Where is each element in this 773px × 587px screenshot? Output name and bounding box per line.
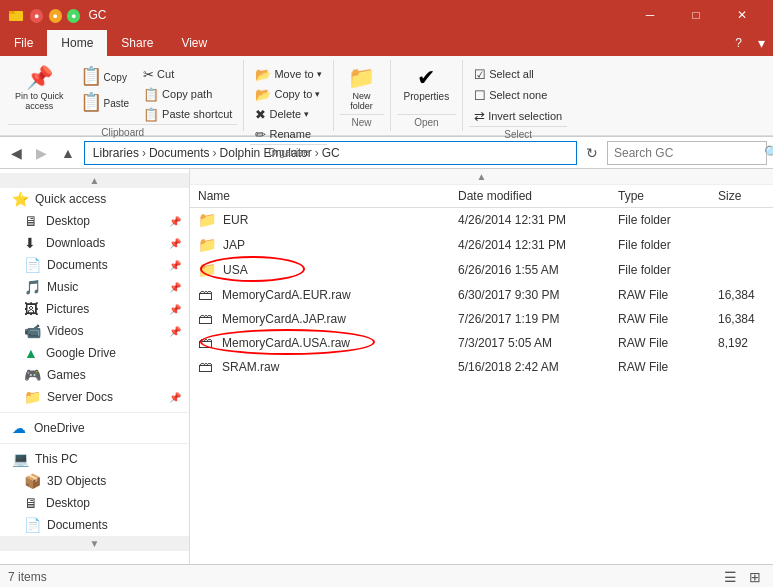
- file-sram-type: RAW File: [618, 360, 718, 374]
- sidebar-item-videos[interactable]: 📹 Videos 📌: [0, 320, 189, 342]
- sidebar-quick-access-header[interactable]: ⭐ Quick access: [0, 188, 189, 210]
- sidebar-desktop-pc[interactable]: 🖥 Desktop: [0, 492, 189, 514]
- file-jap-name: JAP: [223, 238, 245, 252]
- maximize-button[interactable]: □: [673, 0, 719, 30]
- file-row-usa[interactable]: 📁 USA 6/26/2016 1:55 AM File folder: [190, 258, 773, 283]
- sidebar-item-server-docs[interactable]: 📁 Server Docs 📌: [0, 386, 189, 408]
- scroll-up-arrow[interactable]: ▲: [0, 173, 189, 188]
- copy-path-button[interactable]: 📋 Copy path: [138, 84, 237, 104]
- file-scroll-up[interactable]: ▲: [190, 169, 773, 185]
- new-label: New: [340, 114, 384, 131]
- cut-button[interactable]: ✂ Cut: [138, 64, 237, 84]
- sidebar-3d-objects[interactable]: 📦 3D Objects: [0, 470, 189, 492]
- scroll-down-arrow[interactable]: ▼: [0, 536, 189, 551]
- cut-label: Cut: [157, 68, 174, 80]
- google-drive-label: Google Drive: [46, 346, 181, 360]
- file-jap-date: 4/26/2014 12:31 PM: [458, 238, 618, 252]
- refresh-button[interactable]: ↻: [581, 143, 603, 163]
- window-controls[interactable]: ─ □ ✕: [627, 0, 765, 30]
- close-button[interactable]: ✕: [719, 0, 765, 30]
- detail-view-button[interactable]: ☰: [720, 567, 741, 587]
- pictures-icon: 🖼: [24, 301, 40, 317]
- up-button[interactable]: ▲: [56, 143, 80, 163]
- sidebar-item-games[interactable]: 🎮 Games: [0, 364, 189, 386]
- onedrive-label: OneDrive: [34, 421, 181, 435]
- sidebar-item-music[interactable]: 🎵 Music 📌: [0, 276, 189, 298]
- large-icon-view-button[interactable]: ⊞: [745, 567, 765, 587]
- tab-home[interactable]: Home: [47, 30, 107, 56]
- file-row-jap[interactable]: 📁 JAP 4/26/2014 12:31 PM File folder: [190, 233, 773, 258]
- file-row-mem-jap[interactable]: 🗃 MemoryCardA.JAP.raw 7/26/2017 1:19 PM …: [190, 307, 773, 331]
- properties-label: Properties: [404, 91, 450, 102]
- help-button[interactable]: ?: [727, 30, 750, 56]
- rename-label: Rename: [269, 128, 311, 140]
- search-box: 🔍: [607, 141, 767, 165]
- col-header-size[interactable]: Size: [718, 189, 765, 203]
- file-mem-jap-date: 7/26/2017 1:19 PM: [458, 312, 618, 326]
- ribbon-collapse-button[interactable]: ▾: [750, 30, 773, 56]
- address-path[interactable]: Libraries › Documents › Dolphin Emulator…: [84, 141, 577, 165]
- select-group: ☑ Select all ☐ Select none ⇄ Invert sele…: [463, 60, 573, 131]
- ribbon-tab-bar: File Home Share View ? ▾: [0, 30, 773, 56]
- invert-selection-button[interactable]: ⇄ Invert selection: [469, 106, 567, 126]
- col-header-date[interactable]: Date modified: [458, 189, 618, 203]
- videos-icon: 📹: [24, 323, 41, 339]
- rename-button[interactable]: ✏ Rename: [250, 124, 326, 144]
- sidebar-item-google-drive[interactable]: ▲ Google Drive: [0, 342, 189, 364]
- delete-icon: ✖: [255, 107, 266, 122]
- app-icon: [8, 7, 24, 23]
- desktop-label: Desktop: [46, 214, 163, 228]
- select-all-icon: ☑: [474, 67, 486, 82]
- sidebar-onedrive[interactable]: ☁ OneDrive: [0, 417, 189, 439]
- clipboard-label: Clipboard: [8, 124, 237, 141]
- raw-usa-icon: 🗃: [198, 334, 216, 351]
- 3d-label: 3D Objects: [47, 474, 181, 488]
- status-bar: 7 items ☰ ⊞: [0, 564, 773, 587]
- file-row-mem-eur[interactable]: 🗃 MemoryCardA.EUR.raw 6/30/2017 9:30 PM …: [190, 283, 773, 307]
- back-button[interactable]: ◀: [6, 143, 27, 163]
- games-icon: 🎮: [24, 367, 41, 383]
- copy-button[interactable]: 📋 Copy: [73, 64, 137, 90]
- videos-label: Videos: [47, 324, 163, 338]
- new-folder-button[interactable]: 📁 Newfolder: [340, 64, 384, 114]
- file-row-mem-usa[interactable]: 🗃 MemoryCardA.USA.raw 7/3/2017 5:05 AM R…: [190, 331, 773, 355]
- file-row-eur[interactable]: 📁 EUR 4/26/2014 12:31 PM File folder: [190, 208, 773, 233]
- move-to-button[interactable]: 📂 Move to ▾: [250, 64, 326, 84]
- move-copy-group: 📂 Move to ▾ 📂 Copy to ▾ ✖ Delete ▾: [250, 64, 326, 144]
- properties-button[interactable]: ✔ Properties: [397, 64, 457, 105]
- delete-chevron: ▾: [304, 109, 309, 119]
- sidebar-item-pictures[interactable]: 🖼 Pictures 📌: [0, 298, 189, 320]
- minimize-button[interactable]: ─: [627, 0, 673, 30]
- path-documents: Documents: [149, 146, 210, 160]
- tab-view[interactable]: View: [167, 30, 221, 56]
- sidebar-this-pc[interactable]: 💻 This PC: [0, 448, 189, 470]
- copy-icon: 📋: [80, 67, 102, 85]
- cut-group: ✂ Cut 📋 Copy path 📋 Paste shortcut: [138, 64, 237, 124]
- col-header-name[interactable]: Name: [198, 189, 458, 203]
- sidebar-item-documents[interactable]: 📄 Documents 📌: [0, 254, 189, 276]
- sidebar-documents-pc[interactable]: 📄 Documents: [0, 514, 189, 536]
- file-sram-date: 5/16/2018 2:42 AM: [458, 360, 618, 374]
- onedrive-icon: ☁: [12, 420, 28, 436]
- copy-to-button[interactable]: 📂 Copy to ▾: [250, 84, 326, 104]
- pin-to-quick-button[interactable]: 📌 Pin to Quickaccess: [8, 64, 71, 114]
- search-input[interactable]: [614, 146, 764, 160]
- file-row-sram[interactable]: 🗃 SRAM.raw 5/16/2018 2:42 AM RAW File: [190, 355, 773, 379]
- col-header-type[interactable]: Type: [618, 189, 718, 203]
- sidebar-item-downloads[interactable]: ⬇ Downloads 📌: [0, 232, 189, 254]
- tab-share[interactable]: Share: [107, 30, 167, 56]
- select-all-button[interactable]: ☑ Select all: [469, 64, 567, 84]
- search-icon: 🔍: [764, 145, 773, 160]
- svg-rect-1: [9, 11, 15, 14]
- select-none-button[interactable]: ☐ Select none: [469, 85, 567, 105]
- paste-shortcut-button[interactable]: 📋 Paste shortcut: [138, 104, 237, 124]
- forward-button[interactable]: ▶: [31, 143, 52, 163]
- move-to-label: Move to: [274, 68, 313, 80]
- tab-file[interactable]: File: [0, 30, 47, 56]
- properties-icon: ✔: [417, 67, 435, 89]
- paste-button[interactable]: 📋 Paste: [73, 90, 137, 116]
- sidebar-item-desktop[interactable]: 🖥 Desktop 📌: [0, 210, 189, 232]
- rename-icon: ✏: [255, 127, 266, 142]
- desktop-icon: 🖥: [24, 213, 40, 229]
- delete-button[interactable]: ✖ Delete ▾: [250, 104, 326, 124]
